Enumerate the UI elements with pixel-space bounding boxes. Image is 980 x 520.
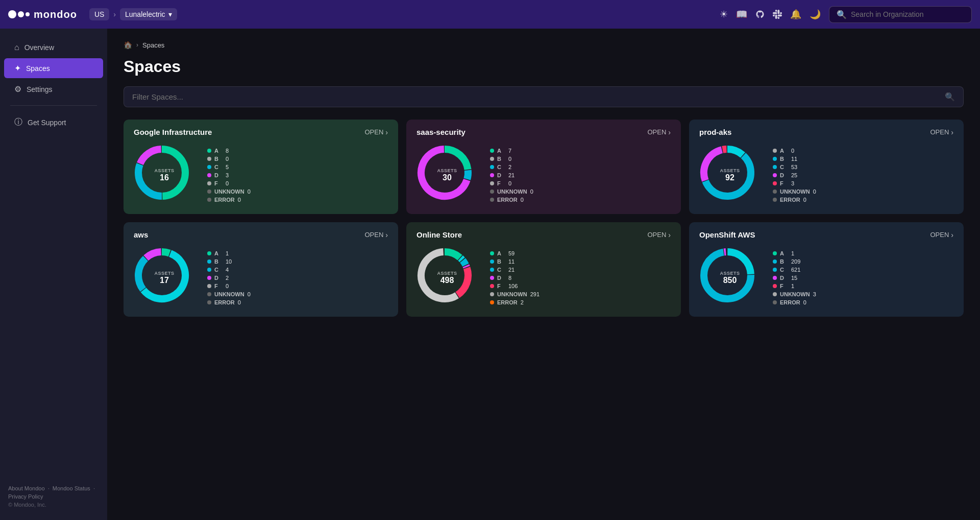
space-card-header: Online Store OPEN › — [416, 230, 671, 239]
legend-value: 5 — [226, 164, 229, 170]
space-card-body: ASSETS 92 A 0 B 11 C 53 D 25 — [699, 145, 953, 206]
legend-grade: D — [214, 172, 223, 178]
space-card-aws[interactable]: aws OPEN › ASSETS 17 A 1 B 10 — [124, 222, 398, 317]
legend-dot — [490, 190, 494, 194]
legend-value: 2 — [508, 164, 511, 170]
privacy-link[interactable]: Privacy Policy — [8, 493, 43, 500]
github-icon[interactable] — [755, 10, 765, 19]
donut-chart: ASSETS 92 — [699, 145, 761, 206]
filter-bar[interactable]: 🔍 — [124, 86, 964, 107]
legend-item: UNKNOWN 0 — [490, 188, 533, 195]
theme-toggle[interactable]: 🌙 — [810, 9, 821, 20]
bell-icon[interactable]: 🔔 — [790, 9, 801, 20]
legend-item: B 11 — [490, 258, 540, 265]
legend-value: 3 — [226, 172, 229, 178]
legend-value: 1 — [226, 250, 229, 256]
legend-value: 621 — [791, 267, 800, 273]
space-card-open[interactable]: OPEN › — [364, 231, 388, 239]
breadcrumb-home-icon[interactable]: 🏠 — [124, 41, 132, 49]
legend-value: 0 — [813, 188, 816, 195]
legend-value: 4 — [226, 267, 229, 273]
legend-grade: B — [214, 258, 223, 265]
search-input[interactable] — [851, 10, 964, 18]
legend-item: A 59 — [490, 250, 540, 256]
legend-grade: ERROR — [497, 197, 518, 203]
space-card-open[interactable]: OPEN › — [647, 231, 671, 239]
legend-grade: D — [214, 275, 223, 281]
search-box[interactable]: 🔍 — [829, 6, 972, 23]
space-card-body: ASSETS 498 A 59 B 11 C 21 D 8 — [416, 247, 671, 309]
donut-label: ASSETS 17 — [154, 271, 174, 285]
space-card-open[interactable]: OPEN › — [647, 128, 671, 136]
legend-item: B 0 — [490, 156, 533, 162]
sidebar-footer-links: About Mondoo · Mondoo Status · — [8, 485, 99, 491]
legend-item: D 25 — [773, 172, 816, 178]
space-card-title: OpenShift AWS — [699, 230, 755, 239]
space-card-header: OpenShift AWS OPEN › — [699, 230, 953, 239]
legend-value: 209 — [791, 258, 800, 265]
space-card-saas-security[interactable]: saas-security OPEN › ASSETS 30 A 7 B — [406, 120, 681, 214]
sidebar-item-overview[interactable]: ⌂ Overview — [4, 38, 103, 57]
slack-icon[interactable] — [773, 10, 782, 19]
legend-grade: F — [780, 180, 788, 186]
legend-value: 0 — [803, 299, 806, 305]
donut-assets-count: 16 — [154, 173, 174, 182]
legend-grade: A — [780, 148, 788, 154]
legend-item: C 4 — [207, 267, 251, 273]
donut-chart: ASSETS 850 — [699, 247, 761, 309]
donut-assets-count: 92 — [720, 173, 740, 182]
sidebar-item-settings[interactable]: ⚙ Settings — [4, 79, 103, 99]
filter-input[interactable] — [132, 92, 945, 101]
legend-grade: UNKNOWN — [497, 188, 527, 195]
legend-value: 0 — [226, 283, 229, 289]
space-card-openshift-aws[interactable]: OpenShift AWS OPEN › ASSETS 850 A 1 B — [689, 222, 964, 317]
legend-value: 291 — [530, 291, 540, 297]
legend-dot — [490, 149, 494, 153]
space-card-prod-aks[interactable]: prod-aks OPEN › ASSETS 92 A 0 B 11 — [689, 120, 964, 214]
legend-item: F 106 — [490, 283, 540, 289]
space-card-google-infra[interactable]: Google Infrastructure OPEN › ASSETS 16 A… — [124, 120, 398, 214]
space-card-open[interactable]: OPEN › — [364, 128, 388, 136]
status-link[interactable]: Mondoo Status — [53, 485, 90, 491]
legend-value: 3 — [791, 180, 794, 186]
legend-grade: UNKNOWN — [214, 291, 244, 297]
legend-dot — [207, 181, 211, 185]
legend-grade: UNKNOWN — [214, 188, 244, 195]
legend-item: A 1 — [773, 250, 816, 256]
space-card-open[interactable]: OPEN › — [930, 231, 953, 239]
legend-item: D 8 — [490, 275, 540, 281]
legend-item: C 5 — [207, 164, 251, 170]
about-link[interactable]: About Mondoo — [8, 485, 45, 491]
legend-grade: D — [497, 275, 505, 281]
legend-grade: ERROR — [214, 299, 235, 305]
donut-label: ASSETS 850 — [720, 271, 740, 285]
legend-grade: A — [214, 250, 223, 256]
page-title: Spaces — [124, 57, 964, 76]
sidebar-footer: About Mondoo · Mondoo Status · Privacy P… — [0, 481, 107, 512]
breadcrumb-us[interactable]: US — [89, 8, 109, 20]
breadcrumb-org[interactable]: Lunalelectric ▾ — [120, 8, 177, 20]
space-card-online-store[interactable]: Online Store OPEN › ASSETS 498 A 59 B — [406, 222, 681, 317]
legend-dot — [490, 268, 494, 272]
legend-dot — [207, 157, 211, 161]
donut-assets-count: 498 — [437, 276, 457, 285]
legend-dot — [207, 292, 211, 296]
donut-assets-count: 30 — [437, 173, 457, 182]
legend-item: B 11 — [773, 156, 816, 162]
donut-label: ASSETS 16 — [154, 168, 174, 182]
legend-value: 0 — [803, 197, 806, 203]
legend-grade: ERROR — [780, 299, 800, 305]
legend-grade: C — [497, 164, 505, 170]
sidebar-item-spaces[interactable]: ✦ Spaces — [4, 58, 103, 78]
nav-icons: ☀ 📖 🔔 🌙 — [720, 9, 821, 20]
legend-dot — [207, 198, 211, 202]
legend-grade: F — [214, 180, 223, 186]
sun-icon[interactable]: ☀ — [720, 9, 728, 20]
logo[interactable]: mondoo — [8, 9, 77, 20]
legend-item: ERROR 0 — [490, 197, 533, 203]
sidebar-label-overview: Overview — [24, 43, 54, 52]
space-card-open[interactable]: OPEN › — [930, 128, 953, 136]
sidebar-item-support[interactable]: ⓘ Get Support — [4, 112, 103, 133]
sidebar-label-support: Get Support — [28, 119, 66, 127]
book-icon[interactable]: 📖 — [736, 9, 747, 20]
